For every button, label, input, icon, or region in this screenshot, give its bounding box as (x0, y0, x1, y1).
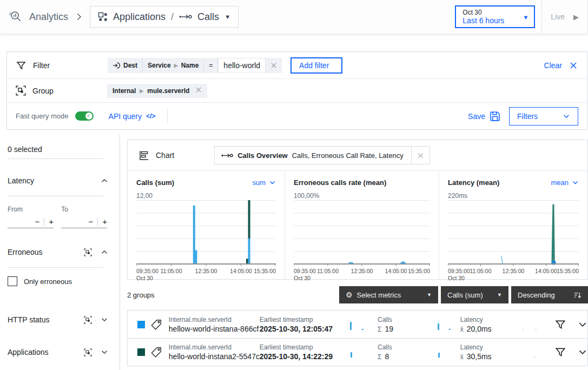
sort-metric-label: Calls (sum) (447, 291, 483, 299)
analytics-icon (9, 10, 23, 24)
sidebar-section-http-status[interactable]: HTTP status (8, 315, 108, 324)
row-filter-button[interactable] (554, 319, 566, 331)
clear-close-icon[interactable] (570, 62, 577, 69)
svg-text:Oct 30: Oct 30 (294, 275, 310, 281)
calls-sparkline (348, 319, 373, 330)
decrement-button[interactable]: − (35, 217, 39, 226)
api-query-link[interactable]: API query (109, 112, 142, 121)
breadcrumb-section: Applications (113, 11, 166, 23)
sidebar-section-latency[interactable]: Latency (8, 176, 108, 185)
latency-to-label: To (61, 206, 107, 213)
chevron-up-icon[interactable] (101, 177, 108, 184)
live-button[interactable]: Live (551, 12, 565, 21)
clear-filters-button[interactable]: Clear (544, 61, 562, 70)
page-selector[interactable]: Applications / Calls ▼ (90, 6, 239, 28)
divider (167, 109, 168, 123)
erroneous-rate-plot[interactable]: 09:35:0011:05:0012:35:0014:05:0015:35:00… (294, 200, 430, 282)
group-icon (16, 85, 26, 96)
chevron-down-icon[interactable] (101, 316, 108, 323)
query-options-row: Fast query mode ✓ API query </> Save Fil… (7, 103, 587, 129)
time-range-value: Last 6 hours (463, 16, 520, 25)
svg-text:14:05:00: 14:05:00 (385, 268, 407, 274)
svg-text:Oct 30: Oct 30 (136, 275, 153, 281)
group-chip-close-icon[interactable] (195, 87, 202, 95)
chart-preset-chip[interactable]: Calls Overview Calls, Erroneous Call Rat… (214, 146, 430, 164)
svg-text:15:35:00: 15:35:00 (557, 268, 579, 274)
increment-button[interactable]: + (49, 217, 54, 226)
code-icon[interactable]: </> (146, 113, 155, 120)
svg-text:09:35:00: 09:35:00 (294, 268, 316, 274)
caret-down-icon: ▼ (497, 292, 502, 298)
svg-text:15:35:00: 15:35:00 (408, 268, 430, 274)
table-row[interactable]: Internal.mule.serverId hellow-world-inst… (128, 310, 587, 338)
only-erroneous-checkbox[interactable] (8, 276, 17, 286)
fast-query-toggle[interactable]: ✓ (75, 111, 94, 121)
group-chip[interactable]: Internal ▶ mule.serverId (107, 84, 207, 98)
time-range-picker[interactable]: Oct 30 Last 6 hours ▼ (455, 5, 535, 28)
select-metrics-label: Select metrics (357, 291, 401, 299)
add-filter-input[interactable]: Add filter (290, 57, 342, 74)
latency-to-input[interactable]: − + (61, 215, 107, 228)
calls-sum-plot[interactable]: 09:35:0011:05:0012:35:0014:05:0015:35:00… (136, 200, 276, 282)
svg-text:12:35:00: 12:35:00 (503, 268, 525, 274)
table-row[interactable]: Internal.mule.serverId hello-world-insta… (128, 338, 587, 366)
filters-dropdown-button[interactable]: Filters (509, 107, 578, 125)
decrement-button[interactable]: − (88, 217, 93, 226)
time-range-caret-icon: ▼ (523, 14, 528, 21)
row-expand-chevron[interactable] (578, 347, 587, 357)
filter-panel: Filter Dest Service ▶ Name = hello-world (6, 51, 587, 130)
group-key-label: Internal.mule.serverId (169, 343, 260, 351)
timestamp-label: Earliest timestamp (260, 343, 345, 351)
filter-chip-operator: = (204, 58, 218, 73)
metrics-sidebar: 0 selected Latency From − + (0, 134, 120, 370)
app-title: Analytics (29, 11, 68, 23)
group-icon[interactable] (84, 248, 92, 256)
latency-from-input[interactable]: − + (8, 215, 54, 228)
filter-chip[interactable]: Dest Service ▶ Name = hello-world (108, 58, 282, 73)
analytics-page: Analytics Applications / (0, 0, 588, 370)
sidebar-section-applications[interactable]: Applications (8, 348, 108, 356)
latency-mean-chart: Latency (mean) mean 220ms 09:35:0011:05:… (439, 171, 587, 279)
svg-text:11:05:00: 11:05:00 (160, 268, 182, 274)
aggregation-dropdown[interactable]: sum (252, 179, 276, 187)
latency-mean-plot[interactable]: 09:35:0011:05:0012:35:0014:05:0015:35:00… (448, 200, 579, 282)
latency-value: 30,5ms (467, 352, 492, 361)
mean-symbol: x̄ (460, 353, 464, 361)
group-icon[interactable] (84, 316, 92, 324)
main-content: Chart Calls Overview Calls, Erroneous Ca… (120, 134, 588, 370)
sort-descending-icon (573, 291, 582, 299)
filter-chip-path: Service ▶ Name (143, 58, 204, 73)
chevron-up-icon[interactable] (101, 248, 108, 256)
series-color-swatch (137, 321, 145, 328)
filter-chip-close-icon[interactable] (266, 58, 282, 73)
latency-from-label: From (8, 206, 54, 213)
increment-button[interactable]: + (102, 217, 107, 226)
sort-order-button[interactable]: Descending (511, 286, 588, 303)
sort-metric-button[interactable]: Calls (sum) ▼ (441, 286, 508, 303)
calls-sparkline (348, 347, 373, 358)
chip-path-separator-icon: ▶ (140, 88, 143, 94)
timestamp-label: Earliest timestamp (260, 316, 345, 323)
svg-text:12:35:00: 12:35:00 (351, 268, 373, 274)
chart-preset-close-icon[interactable] (411, 147, 430, 164)
filter-chip-value: hello-world (218, 58, 266, 73)
latency-sparkline (435, 319, 460, 330)
row-filter-button[interactable] (554, 346, 566, 358)
save-button[interactable]: Save (468, 111, 500, 122)
play-icon[interactable]: ▶ (573, 13, 579, 21)
fast-query-label: Fast query mode (16, 112, 69, 120)
chart-preset-subtitle: Calls, Erroneous Call Rate, Latency (292, 151, 404, 160)
calls-value: 19 (385, 325, 393, 333)
latency-label: Latency (460, 343, 510, 351)
chevron-down-icon[interactable] (101, 348, 108, 356)
select-metrics-button[interactable]: ⚙ Select metrics ▼ (339, 286, 438, 303)
group-icon[interactable] (84, 348, 92, 356)
svg-text:11:05:00: 11:05:00 (317, 268, 339, 274)
latency-sparkline (435, 347, 460, 358)
chart-label: Chart (156, 151, 174, 160)
top-header: Analytics Applications / (0, 0, 588, 34)
aggregation-dropdown[interactable]: mean (551, 179, 579, 187)
row-expand-chevron[interactable] (578, 320, 587, 329)
sidebar-section-erroneous[interactable]: Erroneous (8, 248, 108, 256)
selected-count: 0 selected (8, 145, 120, 154)
